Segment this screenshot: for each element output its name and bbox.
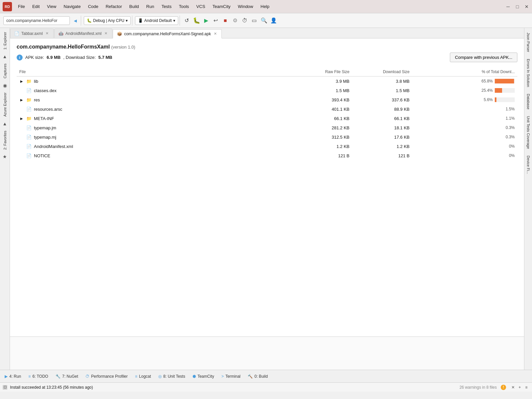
androidmanifest-close[interactable]: ✕ <box>103 31 108 36</box>
menu-item-tests[interactable]: Tests <box>158 3 175 10</box>
menu-item-vcs[interactable]: VCS <box>193 3 208 10</box>
run-config-dropdown[interactable]: 📱 Android Default ▾ <box>135 16 178 25</box>
percent-cell-3: 1.5% <box>412 104 517 114</box>
sidebar-icon-triangle2[interactable]: ▲ <box>1 120 9 127</box>
tool-tab-terminal[interactable]: >Terminal <box>218 372 244 381</box>
maximize-button[interactable]: □ <box>515 4 520 9</box>
apk-info-row: i APK size: 6.9 MB , Download Size: 5.7 … <box>17 53 517 62</box>
table-row[interactable]: 📄AndroidManifest.xml1.2 KB1.2 KB0% <box>17 142 517 151</box>
menu-item-view[interactable]: View <box>44 3 60 10</box>
search-button[interactable]: 🔍 <box>260 16 268 25</box>
tool-tab-label-logcat: Logcat <box>139 374 151 379</box>
breadcrumb-path[interactable]: com.companyname.HelloFor <box>3 16 70 25</box>
right-tab-json-parser[interactable]: Json Parser <box>525 29 532 56</box>
apk-title-text: com.companyname.HelloFormsXaml <box>17 44 110 50</box>
percent-cell-8: 0% <box>412 151 517 160</box>
tool-tab-logcat[interactable]: ≡Logcat <box>132 372 154 381</box>
back-button[interactable]: ◂ <box>71 16 79 25</box>
menu-item-edit[interactable]: Edit <box>29 3 43 10</box>
menu-item-help[interactable]: Help <box>257 3 273 10</box>
right-tab-database[interactable]: Database <box>525 90 532 113</box>
sidebar-icon-eye[interactable]: ◉ <box>1 82 9 89</box>
menu-item-window[interactable]: Window <box>234 3 256 10</box>
refresh-button[interactable]: ↺ <box>183 16 191 25</box>
download-size-7: 1.2 KB <box>352 142 412 151</box>
file-name-cell-3: 📄resources.arsc <box>19 106 289 112</box>
minimize-button[interactable]: ─ <box>505 4 511 9</box>
user-button[interactable]: 👤 <box>269 16 278 25</box>
bar-fill-0 <box>495 79 514 83</box>
profile-button[interactable]: ⏱ <box>240 16 249 25</box>
sidebar-tab-explorer[interactable]: 1: Explorer <box>2 29 8 52</box>
sidebar-icon-star[interactable]: ★ <box>1 153 9 160</box>
debug-config-dropdown[interactable]: 🐛 Debug | Any CPU ▾ <box>84 16 131 25</box>
sidebar-tab-azure[interactable]: Azure Explorer <box>2 90 8 119</box>
close-button[interactable]: ✕ <box>524 4 529 9</box>
right-tab-unit-tests-coverage[interactable]: Unit Tests Coverage <box>525 113 532 152</box>
table-row[interactable]: ▶📁META-INF66.1 KB66.1 KB1.1% <box>17 114 517 123</box>
tool-tab-perf-profiler[interactable]: ⏱Performance Profiler <box>82 372 131 381</box>
sidebar-icon-triangle[interactable]: ▲ <box>1 53 9 60</box>
menu-item-refactor[interactable]: Refactor <box>102 3 125 10</box>
table-row[interactable]: 📄typemap.jm281.2 KB18.1 KB0.3% <box>17 123 517 132</box>
run-button[interactable]: ▶ <box>202 16 210 25</box>
frame-button[interactable]: ▭ <box>250 16 259 25</box>
table-row[interactable]: 📄typemap.mj312.5 KB17.6 KB0.3% <box>17 132 517 142</box>
percent-cell-4: 1.1% <box>412 114 517 123</box>
menu-item-code[interactable]: Code <box>85 3 102 10</box>
tool-tab-build[interactable]: 🔨0: Build <box>244 372 271 381</box>
sidebar-tab-captures[interactable]: Captures <box>2 61 8 81</box>
tool-tab-nuget[interactable]: 🔧7: NuGet <box>52 372 81 381</box>
table-row[interactable]: ▶📁lib3.9 MB3.8 MB65.8% <box>17 76 517 86</box>
col-file: File <box>17 67 292 76</box>
right-tab-errors[interactable]: Errors In Solution <box>525 56 532 90</box>
menu-item-navigate[interactable]: Navigate <box>60 3 84 10</box>
title-bar: RD FileEditViewNavigateCodeRefactorBuild… <box>0 0 532 13</box>
error-action-3[interactable]: ≡ <box>523 384 529 390</box>
menu-item-tools[interactable]: Tools <box>176 3 192 10</box>
table-row[interactable]: 📄resources.arsc401.1 KB88.9 KB1.5% <box>17 104 517 114</box>
right-tab-device-file[interactable]: Device Fi... <box>525 152 532 177</box>
table-row[interactable]: 📄classes.dex1.5 MB1.5 MB25.4% <box>17 86 517 95</box>
error-action-2[interactable]: + <box>517 384 523 390</box>
table-row[interactable]: 📄NOTICE121 B121 B0% <box>17 151 517 160</box>
tool-tab-icon-todo: ≡ <box>28 374 31 379</box>
settings-button[interactable]: ⚙ <box>231 16 239 25</box>
sidebar-tab-favorites[interactable]: 2: Favorites <box>2 128 8 152</box>
tool-tab-unit-tests[interactable]: ◎8: Unit Tests <box>155 372 189 381</box>
tool-tab-teamcity[interactable]: ⬢TeamCity <box>189 372 217 381</box>
tab-androidmanifest[interactable]: 🤖 AndroidManifest.xml ✕ <box>54 29 113 38</box>
menu-item-teamcity[interactable]: TeamCity <box>209 3 234 10</box>
tab-tabbar[interactable]: 📄 Tabbar.axml ✕ <box>10 29 54 38</box>
tool-tab-run[interactable]: ▶4: Run <box>1 372 24 381</box>
debug-button[interactable]: 🐛 <box>192 16 201 25</box>
expand-arrow-2[interactable]: ▶ <box>19 97 24 102</box>
file-icon-0: 📁 <box>26 78 32 84</box>
run-config-dropdown-arrow: ▾ <box>173 18 175 23</box>
expand-arrow-4[interactable]: ▶ <box>19 116 24 121</box>
file-name-1: classes.dex <box>34 88 57 93</box>
table-row[interactable]: ▶📁res393.4 KB337.6 KB5.6% <box>17 95 517 104</box>
status-checkbox-icon: ☐ <box>3 385 7 390</box>
file-name-cell-7: 📄AndroidManifest.xml <box>19 143 289 149</box>
error-action-1[interactable]: ✕ <box>510 384 516 390</box>
file-name-cell-0: ▶📁lib <box>19 78 289 84</box>
error-actions: ✕ + ≡ <box>510 384 529 390</box>
tab-apk[interactable]: 📦 com.companyname.HelloFormsXaml-Signed.… <box>113 29 222 39</box>
download-size-4: 66.1 KB <box>352 114 412 123</box>
compare-button[interactable]: Compare with previous APK... <box>450 53 517 62</box>
step-button[interactable]: ↩ <box>211 16 220 25</box>
apk-close[interactable]: ✕ <box>213 32 217 36</box>
tabbar-close[interactable]: ✕ <box>45 31 50 36</box>
expand-arrow-0[interactable]: ▶ <box>19 79 24 83</box>
menu-item-run[interactable]: Run <box>143 3 158 10</box>
menu-item-build[interactable]: Build <box>126 3 142 10</box>
tool-tab-icon-perf-profiler: ⏱ <box>85 374 89 379</box>
stop-button[interactable]: ■ <box>221 16 230 25</box>
tool-tab-icon-unit-tests: ◎ <box>158 374 162 379</box>
bottom-pane <box>10 336 524 370</box>
tool-tab-label-teamcity: TeamCity <box>198 374 214 379</box>
menu-item-file[interactable]: File <box>15 3 28 10</box>
raw-size-7: 1.2 KB <box>292 142 352 151</box>
tool-tab-todo[interactable]: ≡6: TODO <box>25 372 52 381</box>
